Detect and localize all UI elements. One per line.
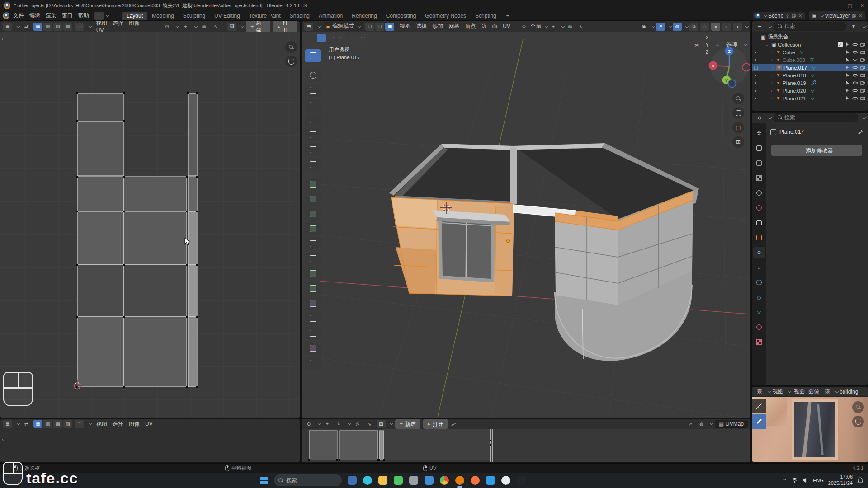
eye-icon[interactable] <box>852 42 858 47</box>
eye-icon[interactable] <box>852 72 858 78</box>
uv-pan-hand-icon[interactable] <box>285 56 297 67</box>
notification-bell-icon[interactable] <box>857 477 863 483</box>
tool-add-cube[interactable] <box>305 178 321 191</box>
viewport-zoom-icon[interactable] <box>732 93 744 104</box>
scene-canvas[interactable]: Z X Y <box>302 21 751 418</box>
scene-selector[interactable]: Scene ✕ <box>753 12 805 19</box>
blender-menu-icon[interactable] <box>3 12 9 19</box>
menu-item[interactable]: 文件 <box>10 11 27 19</box>
taskbar-app-edge[interactable] <box>362 475 373 486</box>
viewport-pan-hand-icon[interactable] <box>732 107 744 119</box>
uv-select-island-button[interactable]: ▨ <box>63 23 72 31</box>
camera-icon[interactable] <box>860 95 866 101</box>
image-menu-item[interactable]: 视图 <box>792 387 807 395</box>
menu-item[interactable]: 渲染 <box>43 11 59 19</box>
properties-tab-output[interactable] <box>753 158 765 169</box>
uv-select-edge-button[interactable]: ▥ <box>43 23 52 31</box>
tool-knife[interactable] <box>305 252 321 265</box>
uv-canvas[interactable] <box>0 32 300 418</box>
image-pan-hand-icon[interactable] <box>852 416 864 427</box>
tool-edge-slide[interactable] <box>305 312 321 325</box>
taskbar-search-input[interactable]: 搜索 <box>274 474 342 486</box>
image-open-button[interactable]: ▸打开 <box>423 419 448 429</box>
taskbar-app-task-view[interactable] <box>347 475 358 486</box>
outliner-row[interactable]: ›▼Cube▽ <box>752 48 868 56</box>
menu-item[interactable]: 编辑 <box>27 11 43 19</box>
sticky-select-icon[interactable]: ⬚ <box>75 23 84 31</box>
outliner-row[interactable]: ⬚›▼Plane.017▽ <box>752 64 868 71</box>
camera-icon[interactable] <box>860 80 866 86</box>
object-name[interactable]: 场景集合 <box>768 33 788 40</box>
outliner-row[interactable]: ›▼Plane.021▽ <box>752 94 868 102</box>
workspace-tab[interactable]: Sculpting <box>179 12 210 20</box>
workspace-tab[interactable]: Geometry Nodes <box>420 12 471 20</box>
tool-spin[interactable] <box>305 282 321 295</box>
object-name[interactable]: Plane.017 <box>783 65 807 70</box>
image-new-button[interactable]: +新建 <box>395 419 420 429</box>
outliner-search-input[interactable]: 搜索 <box>774 22 846 31</box>
maximize-button[interactable]: ▢ <box>847 3 852 9</box>
tool-move[interactable] <box>305 84 321 97</box>
taskbar-app-microsoft-store[interactable] <box>424 475 434 486</box>
browse-image-icon[interactable]: 🖼 <box>227 23 236 31</box>
workspace-tab[interactable]: Shading <box>285 12 314 20</box>
taskbar-app-file-explorer[interactable] <box>377 475 388 486</box>
tool-shrink-flatten[interactable] <box>305 327 321 340</box>
tool-scale[interactable] <box>305 113 321 127</box>
flag-icon[interactable] <box>844 88 850 94</box>
browse-image-icon[interactable]: 🖼 <box>823 388 832 396</box>
tool-select-box[interactable] <box>305 49 321 62</box>
falloff-icon[interactable]: ∿ <box>211 23 220 31</box>
uv-menu-item[interactable]: 选择 <box>110 21 126 27</box>
expand-toggle[interactable]: ⌄ <box>765 42 769 47</box>
snap-icon[interactable]: ⌖ <box>181 23 190 31</box>
navigation-gizmo[interactable]: Z X Y <box>709 47 750 88</box>
clock[interactable]: 17:06 2025/11/24 <box>828 474 853 487</box>
eye-icon[interactable] <box>852 88 858 94</box>
properties-tab-object-data[interactable]: ▽ <box>753 307 765 318</box>
expand-toggle[interactable]: › <box>769 58 774 62</box>
collection-checkbox[interactable]: ✓ <box>838 42 843 47</box>
workspace-tab[interactable]: Animation <box>314 12 347 20</box>
properties-tab-world[interactable] <box>753 202 765 213</box>
tool-bevel[interactable] <box>305 222 321 235</box>
taskbar-app-blender[interactable] <box>454 475 465 486</box>
image-menu-item[interactable]: 图像 <box>807 387 821 395</box>
camera-icon[interactable] <box>860 42 866 47</box>
tool-inset-faces[interactable] <box>305 207 321 221</box>
properties-tab-physics[interactable] <box>753 277 765 288</box>
tool-annotate[interactable] <box>305 143 321 156</box>
camera-icon[interactable] <box>860 72 866 78</box>
tool-rotate[interactable] <box>305 99 321 112</box>
flag-icon[interactable] <box>844 95 850 101</box>
annotate-tool-active[interactable] <box>752 414 766 429</box>
outliner-row[interactable]: ›▼Cube.003▽ <box>752 56 868 64</box>
properties-search-input[interactable]: 搜索 <box>774 113 858 122</box>
tool-shear[interactable] <box>305 342 321 355</box>
pin-icon[interactable] <box>858 129 863 135</box>
properties-tab-object[interactable] <box>753 232 765 243</box>
workspace-tab[interactable]: Scripting <box>471 12 501 20</box>
uv-zoom-icon[interactable] <box>285 41 297 53</box>
snap-target-icon[interactable]: ⌗ <box>335 420 344 428</box>
overlays-toggle-icon[interactable]: ◍ <box>697 420 706 428</box>
flag-icon[interactable] <box>844 57 850 63</box>
taskbar-app-chrome[interactable] <box>439 475 450 486</box>
flag-icon[interactable] <box>844 80 850 86</box>
object-name[interactable]: Plane.021 <box>783 96 806 101</box>
image-name[interactable]: building <box>840 389 858 395</box>
tool-extrude[interactable] <box>305 192 321 206</box>
add-workspace-button[interactable]: + <box>502 12 514 20</box>
object-name[interactable]: Plane.019 <box>783 80 806 86</box>
tool-loop-cut[interactable] <box>305 237 321 250</box>
wifi-icon[interactable] <box>791 478 798 483</box>
expand-toggle[interactable]: › <box>769 81 774 85</box>
outliner-row[interactable]: ›▼Plane.019 <box>752 79 868 87</box>
outliner-row[interactable]: ▣场景集合 <box>752 33 868 41</box>
taskbar-app-wechat[interactable] <box>393 475 404 486</box>
menu-item[interactable]: 窗口 <box>59 11 75 19</box>
add-modifier-button[interactable]: + 添加修改器 <box>771 145 862 156</box>
start-button[interactable] <box>258 475 269 486</box>
flag-icon[interactable] <box>844 65 850 70</box>
expand-toggle[interactable]: › <box>769 73 774 78</box>
